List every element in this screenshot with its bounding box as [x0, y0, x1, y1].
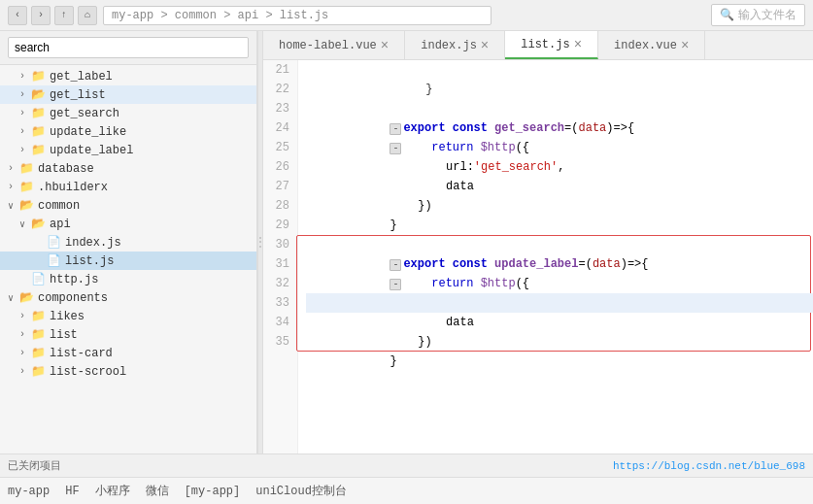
code-line-31: - return $http({: [306, 254, 813, 274]
csdn-link[interactable]: https://blog.csdn.net/blue_698: [613, 460, 805, 472]
sidebar-item-http-js[interactable]: 📄 http.js: [0, 270, 256, 288]
file-search[interactable]: 🔍 输入文件名: [711, 4, 805, 26]
folder-icon: 📁: [19, 161, 34, 176]
sidebar-item-likes[interactable]: › 📁 likes: [0, 307, 256, 325]
code-line-24: - return $http({: [306, 118, 813, 138]
main-area: search › 📁 get_label › 📂 get_list › 📁 ge…: [0, 31, 813, 454]
folder-icon: 📁: [31, 143, 46, 157]
folder-icon: 📁: [31, 69, 46, 84]
tab-close-icon[interactable]: ×: [574, 38, 582, 51]
tab-index-js[interactable]: index.js ×: [405, 31, 505, 59]
sidebar-item-update_label[interactable]: › 📁 update_label: [0, 141, 256, 159]
folder-open-icon: 📂: [19, 290, 34, 305]
code-editor[interactable]: 21 22 23 24 25 26 27 28 29 30 31 32 33 3…: [263, 60, 813, 454]
search-icon: 🔍: [720, 8, 734, 22]
sidebar-item-get_search[interactable]: › 📁 get_search: [0, 104, 256, 122]
chevron-right-icon: ›: [19, 366, 31, 377]
code-line-35: }: [306, 332, 813, 352]
code-line-21: }: [306, 60, 813, 80]
nav-buttons: ‹ › ↑ ⌂: [8, 6, 97, 25]
code-lines: } -export const get_search=(data)=>{ - r…: [298, 60, 813, 454]
chevron-right-icon: ›: [8, 163, 19, 174]
sidebar-item-get_label[interactable]: › 📁 get_label: [0, 67, 256, 85]
top-bar: ‹ › ↑ ⌂ my-app > common > api > list.js …: [0, 0, 813, 31]
editor-container: home-label.vue × index.js × list.js × in…: [263, 31, 813, 454]
sidebar-search-input[interactable]: search: [8, 37, 249, 58]
sidebar-item-common[interactable]: ∨ 📂 common: [0, 196, 256, 215]
bottom-tab-we[interactable]: 微信: [146, 479, 169, 503]
bottom-tab-uni-app[interactable]: [my-app]: [185, 481, 241, 502]
js-file-icon: 📄: [31, 272, 46, 286]
sidebar-item-list-folder[interactable]: › 📁 list: [0, 325, 256, 344]
chevron-right-icon: ›: [19, 71, 31, 82]
nav-up-button[interactable]: ↑: [54, 6, 74, 25]
bottom-tab-my-app[interactable]: my-app: [8, 481, 50, 502]
sidebar-item-database[interactable]: › 📁 database: [0, 159, 256, 178]
sidebar-item-list-card[interactable]: › 📁 list-card: [0, 344, 256, 362]
sidebar-item-list-js[interactable]: 📄 list.js: [0, 252, 256, 270]
breadcrumb: my-app > common > api > list.js: [103, 6, 491, 25]
code-line-27: }): [306, 177, 813, 196]
chevron-right-icon: ›: [19, 126, 31, 137]
folder-open-icon: 📂: [31, 87, 46, 102]
tab-close-icon[interactable]: ×: [481, 39, 489, 52]
code-line-23: -export const get_search=(data)=>{: [306, 99, 813, 118]
code-line-22: [306, 80, 813, 99]
folder-icon: 📁: [31, 346, 46, 360]
code-line-25: url:'get_search',: [306, 138, 813, 157]
code-line-29: [306, 216, 813, 235]
bottom-tab-uni-cloud[interactable]: uniCloud控制台: [255, 479, 347, 503]
bottom-tab-mini-prog[interactable]: 小程序: [95, 479, 130, 503]
code-line-26: data: [306, 157, 813, 177]
bottom-tabs: my-app HF 小程序 微信 [my-app] uniCloud控制台: [0, 477, 813, 504]
tab-close-icon[interactable]: ×: [381, 39, 389, 52]
code-line-32: url:'update_label',: [306, 274, 813, 293]
tab-index-vue[interactable]: index.vue ×: [598, 31, 705, 59]
nav-back-button[interactable]: ‹: [8, 6, 27, 25]
folder-icon: 📁: [31, 309, 46, 323]
chevron-down-icon: ∨: [8, 200, 19, 212]
editor-tabs: home-label.vue × index.js × list.js × in…: [263, 31, 813, 60]
js-file-icon: 📄: [47, 235, 61, 250]
sidebar-item-components[interactable]: ∨ 📂 components: [0, 288, 256, 307]
sidebar-search-area: search: [0, 31, 256, 65]
folder-icon: 📁: [31, 364, 46, 379]
folder-icon: 📁: [31, 124, 46, 139]
chevron-right-icon: ›: [19, 145, 31, 155]
chevron-down-icon: ∨: [19, 218, 31, 230]
sidebar-item-index-js[interactable]: 📄 index.js: [0, 233, 256, 252]
folder-open-icon: 📂: [19, 198, 34, 213]
code-line-28: }: [306, 196, 813, 216]
chevron-right-icon: ›: [8, 182, 19, 192]
sidebar-item-update_like[interactable]: › 📁 update_like: [0, 122, 256, 141]
code-area: 21 22 23 24 25 26 27 28 29 30 31 32 33 3…: [263, 60, 813, 454]
sidebar-item-list-scroll[interactable]: › 📁 list-scrool: [0, 362, 256, 381]
bottom-bar: 已关闭项目 https://blog.csdn.net/blue_698: [0, 454, 813, 477]
chevron-down-icon: ∨: [8, 292, 19, 304]
tab-list-js[interactable]: list.js ×: [505, 31, 598, 59]
folder-icon: 📁: [31, 327, 46, 342]
sidebar: search › 📁 get_label › 📂 get_list › 📁 ge…: [0, 31, 257, 454]
sidebar-item-hbuilderx[interactable]: › 📁 .hbuilderx: [0, 178, 256, 196]
bottom-tab-hf[interactable]: HF: [65, 481, 79, 502]
chevron-right-icon: ›: [19, 348, 31, 358]
chevron-right-icon: ›: [19, 311, 31, 321]
line-numbers: 21 22 23 24 25 26 27 28 29 30 31 32 33 3…: [263, 60, 298, 454]
file-tree: › 📁 get_label › 📂 get_list › 📁 get_searc…: [0, 65, 256, 383]
nav-forward-button[interactable]: ›: [31, 6, 51, 25]
tab-home-label[interactable]: home-label.vue ×: [263, 31, 405, 59]
folder-open-icon: 📂: [31, 217, 46, 231]
chevron-right-icon: ›: [19, 108, 31, 118]
status-text: 已关闭项目: [8, 458, 61, 473]
folder-icon: 📁: [31, 106, 46, 120]
sidebar-item-get_list[interactable]: › 📂 get_list: [0, 85, 256, 104]
sidebar-item-api[interactable]: ∨ 📂 api: [0, 215, 256, 233]
folder-icon: 📁: [19, 180, 34, 194]
nav-home-button[interactable]: ⌂: [78, 6, 97, 25]
js-file-icon: 📄: [47, 253, 61, 268]
code-line-34: }): [306, 313, 813, 332]
chevron-right-icon: ›: [19, 89, 31, 100]
code-line-33: data: [306, 293, 813, 313]
tab-close-icon[interactable]: ×: [681, 39, 689, 52]
chevron-right-icon: ›: [19, 329, 31, 340]
